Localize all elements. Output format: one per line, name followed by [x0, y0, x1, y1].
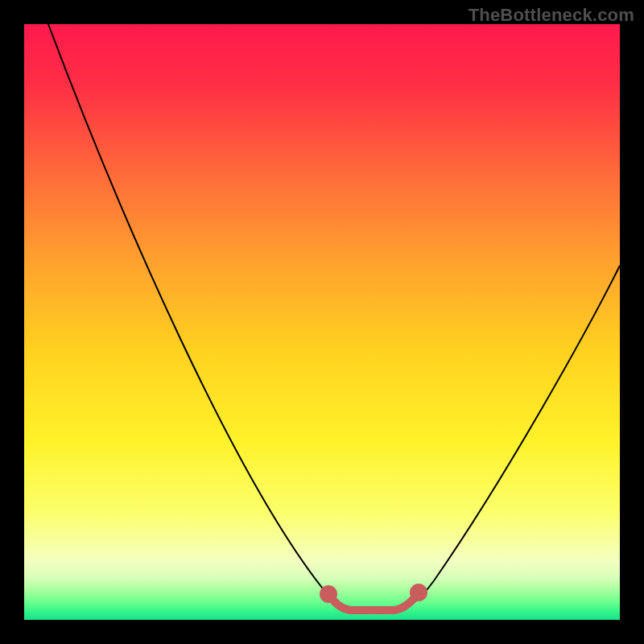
heatmap-background	[24, 24, 620, 620]
watermark-text: TheBottleneck.com	[469, 5, 634, 26]
chart-svg	[24, 24, 620, 620]
plot-area	[24, 24, 620, 620]
svg-point-1	[324, 589, 333, 599]
chart-frame: TheBottleneck.com	[0, 0, 644, 644]
svg-point-2	[414, 588, 423, 597]
